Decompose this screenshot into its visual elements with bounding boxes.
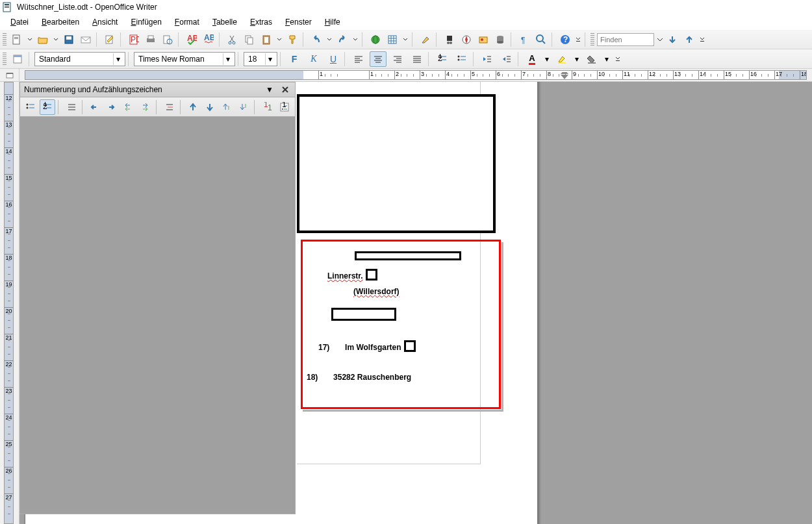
auto-spellcheck-button[interactable]: ABC: [201, 32, 216, 47]
align-left-button[interactable]: [350, 51, 367, 67]
panel-menu-button[interactable]: ▼: [264, 84, 275, 95]
bg-color-dropdown[interactable]: ▾: [603, 51, 611, 67]
horizontal-ruler[interactable]: 1123456789101112131415161718: [25, 70, 807, 80]
menu-tabelle[interactable]: Tabelle: [207, 16, 242, 28]
export-pdf-button[interactable]: PDF: [126, 32, 142, 47]
find-dropdown[interactable]: [655, 32, 663, 47]
paste-dropdown[interactable]: [275, 32, 283, 47]
bullets-numbering-dialog-button[interactable]: 1: [277, 99, 292, 115]
show-draw-functions-button[interactable]: [418, 32, 433, 47]
cut-button[interactable]: [225, 32, 240, 47]
gallery-button[interactable]: [476, 32, 491, 47]
numbering-toggle-button[interactable]: 12: [40, 99, 55, 115]
demote-one-button[interactable]: [104, 99, 120, 115]
print-preview-button[interactable]: [160, 32, 175, 47]
tab-marker-icon[interactable]: [561, 72, 568, 80]
menu-format[interactable]: Format: [170, 16, 205, 28]
nonprinting-chars-button[interactable]: ¶: [516, 32, 532, 47]
align-center-button[interactable]: [370, 51, 387, 67]
toolbar-grip[interactable]: [3, 33, 6, 46]
find-next-button[interactable]: [665, 32, 680, 47]
font-color-button[interactable]: A: [524, 51, 540, 67]
spellcheck-button[interactable]: ABC: [184, 32, 199, 47]
restart-numbering-button[interactable]: 11: [260, 99, 275, 115]
chevron-down-icon[interactable]: ▾: [223, 53, 232, 65]
edit-mode-button[interactable]: [102, 32, 118, 47]
highlight-button[interactable]: [553, 51, 570, 67]
save-button[interactable]: [61, 32, 77, 47]
table-dropdown[interactable]: [401, 32, 409, 47]
table-cell-topright[interactable]: [297, 94, 496, 233]
styles-window-button[interactable]: [9, 51, 26, 67]
menu-datei[interactable]: Datei: [5, 16, 34, 28]
promote-one-button[interactable]: [87, 99, 103, 115]
move-down-button[interactable]: [202, 99, 218, 115]
format-paintbrush-button[interactable]: [285, 32, 300, 47]
font-name-combo[interactable]: ▾: [134, 52, 235, 66]
hyperlink-button[interactable]: [368, 32, 383, 47]
bullets-toggle-button[interactable]: [23, 99, 38, 115]
open-dropdown[interactable]: [52, 32, 60, 47]
redo-dropdown[interactable]: [351, 32, 359, 47]
menu-ansicht[interactable]: Ansicht: [87, 16, 123, 28]
move-down-with-sub-button[interactable]: [236, 99, 251, 115]
bg-color-button[interactable]: [583, 51, 600, 67]
underline-button[interactable]: U: [325, 51, 342, 67]
find-prev-button[interactable]: [681, 32, 697, 47]
menu-fenster[interactable]: Fenster: [280, 16, 317, 28]
help-button[interactable]: ?: [557, 32, 573, 47]
paragraph-style-combo[interactable]: ▾: [34, 52, 125, 66]
numbering-off-button[interactable]: [64, 99, 79, 115]
table-button[interactable]: [385, 32, 400, 47]
move-up-with-sub-button[interactable]: [219, 99, 235, 115]
redo-button[interactable]: [335, 32, 350, 47]
align-right-button[interactable]: [389, 51, 406, 67]
vertical-ruler[interactable]: 12131415161718192021222324252627: [0, 82, 19, 524]
copy-button[interactable]: [242, 32, 257, 47]
find-toolbar-overflow[interactable]: [698, 32, 706, 47]
new-doc-button[interactable]: [9, 32, 25, 47]
paragraph-style-input[interactable]: [36, 53, 113, 65]
align-justify-button[interactable]: [409, 51, 425, 67]
menu-extras[interactable]: Extras: [245, 16, 277, 28]
datasources-button[interactable]: [492, 32, 508, 47]
zoom-button[interactable]: [533, 32, 549, 47]
chevron-down-icon[interactable]: ▾: [265, 53, 274, 65]
panel-header[interactable]: Nummerierung und Aufzählungszeichen ▼: [19, 82, 296, 97]
undo-button[interactable]: [309, 32, 324, 47]
promote-with-sub-button[interactable]: [121, 99, 136, 115]
bold-button[interactable]: F: [286, 51, 303, 67]
font-size-combo[interactable]: ▾: [244, 52, 277, 66]
find-input[interactable]: [597, 33, 654, 46]
font-size-input[interactable]: [246, 53, 265, 65]
toolbar-overflow[interactable]: [574, 32, 582, 47]
print-button[interactable]: [143, 32, 159, 47]
navigator-button[interactable]: [459, 32, 474, 47]
fmt-grip[interactable]: [3, 53, 6, 66]
menu-bearbeiten[interactable]: Bearbeiten: [36, 16, 84, 28]
insert-unnumbered-button[interactable]: [162, 99, 177, 115]
numbering-button[interactable]: 12: [434, 51, 451, 67]
chevron-down-icon[interactable]: ▾: [113, 53, 122, 65]
move-up-button[interactable]: [186, 99, 201, 115]
demote-with-sub-button[interactable]: [138, 99, 153, 115]
fmt-overflow[interactable]: [613, 51, 622, 67]
find-replace-button[interactable]: [442, 32, 457, 47]
highlight-dropdown[interactable]: ▾: [573, 51, 581, 67]
panel-close-button[interactable]: [279, 84, 291, 95]
menu-einfuegen[interactable]: Einfügen: [125, 16, 166, 28]
decrease-indent-button[interactable]: [479, 51, 496, 67]
toolbar-grip-2[interactable]: [590, 33, 594, 46]
paste-button[interactable]: [259, 32, 274, 47]
bullets-button[interactable]: [453, 51, 470, 67]
increase-indent-button[interactable]: [498, 51, 515, 67]
undo-dropdown[interactable]: [325, 32, 333, 47]
new-doc-dropdown[interactable]: [26, 32, 34, 47]
menu-hilfe[interactable]: Hilfe: [320, 16, 346, 28]
email-button[interactable]: [78, 32, 94, 47]
italic-button[interactable]: K: [305, 51, 322, 67]
open-button[interactable]: [35, 32, 51, 47]
font-color-dropdown[interactable]: ▾: [543, 51, 551, 67]
font-name-input[interactable]: [136, 53, 223, 65]
table-cell-red[interactable]: Linnerstr. (Willersdorf) 17) Im Wolfsgar…: [301, 240, 501, 409]
